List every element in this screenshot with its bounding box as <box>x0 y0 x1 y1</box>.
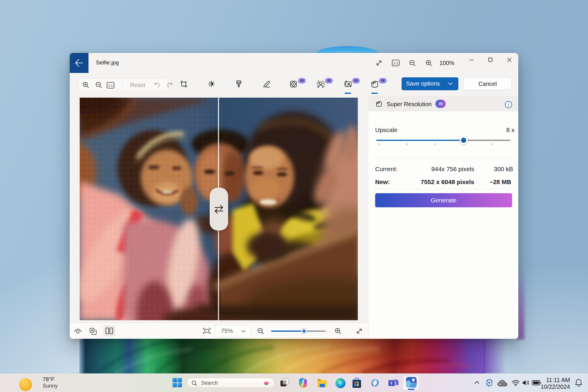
svg-text:1:1: 1:1 <box>393 61 398 65</box>
svg-text:T: T <box>390 381 392 386</box>
svg-text:1:1: 1:1 <box>108 84 113 87</box>
